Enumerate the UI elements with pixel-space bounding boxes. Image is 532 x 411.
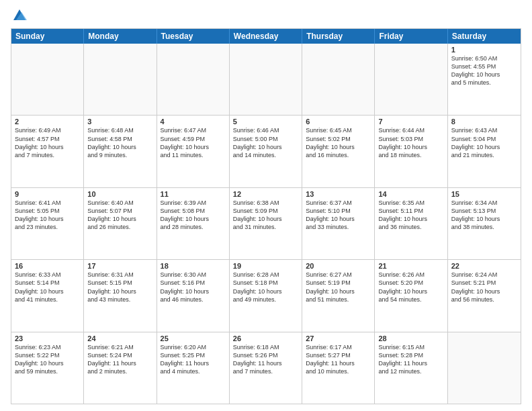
calendar-cell: 1Sunrise: 6:50 AM Sunset: 4:55 PM Daylig…: [448, 44, 521, 115]
calendar-row: 16Sunrise: 6:33 AM Sunset: 5:14 PM Dayli…: [11, 260, 521, 332]
cell-info: Sunrise: 6:45 AM Sunset: 5:02 PM Dayligh…: [306, 126, 371, 159]
weekday-header: Sunday: [11, 29, 84, 44]
day-number: 13: [306, 190, 371, 198]
calendar-header: SundayMondayTuesdayWednesdayThursdayFrid…: [11, 29, 521, 44]
calendar-cell: 24Sunrise: 6:21 AM Sunset: 5:24 PM Dayli…: [84, 332, 157, 404]
day-number: 18: [161, 262, 226, 270]
calendar-cell: [84, 44, 157, 115]
cell-info: Sunrise: 6:44 AM Sunset: 5:03 PM Dayligh…: [378, 126, 443, 159]
day-number: 16: [15, 262, 80, 270]
weekday-header: Tuesday: [157, 29, 230, 44]
day-number: 12: [233, 190, 298, 198]
cell-info: Sunrise: 6:26 AM Sunset: 5:20 PM Dayligh…: [378, 271, 443, 304]
calendar-cell: 22Sunrise: 6:24 AM Sunset: 5:21 PM Dayli…: [448, 260, 521, 331]
cell-info: Sunrise: 6:24 AM Sunset: 5:21 PM Dayligh…: [451, 271, 517, 304]
cell-info: Sunrise: 6:15 AM Sunset: 5:28 PM Dayligh…: [378, 343, 443, 376]
calendar-cell: 23Sunrise: 6:23 AM Sunset: 5:22 PM Dayli…: [11, 332, 84, 404]
cell-info: Sunrise: 6:43 AM Sunset: 5:04 PM Dayligh…: [451, 126, 517, 159]
day-number: 24: [87, 334, 152, 342]
day-number: 11: [161, 190, 226, 198]
weekday-header: Thursday: [302, 29, 375, 44]
calendar-cell: 12Sunrise: 6:38 AM Sunset: 5:09 PM Dayli…: [230, 188, 302, 259]
cell-info: Sunrise: 6:31 AM Sunset: 5:15 PM Dayligh…: [87, 271, 152, 304]
logo: [11, 8, 27, 23]
cell-info: Sunrise: 6:47 AM Sunset: 4:59 PM Dayligh…: [161, 126, 226, 159]
day-number: 17: [87, 262, 152, 270]
calendar-cell: 7Sunrise: 6:44 AM Sunset: 5:03 PM Daylig…: [375, 116, 447, 187]
cell-info: Sunrise: 6:30 AM Sunset: 5:16 PM Dayligh…: [161, 271, 226, 304]
calendar-cell: 15Sunrise: 6:34 AM Sunset: 5:13 PM Dayli…: [448, 188, 521, 259]
calendar-body: 1Sunrise: 6:50 AM Sunset: 4:55 PM Daylig…: [11, 44, 521, 404]
calendar-cell: 2Sunrise: 6:49 AM Sunset: 4:57 PM Daylig…: [11, 116, 84, 187]
day-number: 23: [15, 334, 80, 342]
cell-info: Sunrise: 6:21 AM Sunset: 5:24 PM Dayligh…: [87, 343, 152, 376]
day-number: 1: [451, 46, 517, 54]
calendar-cell: [11, 44, 84, 115]
calendar-cell: 28Sunrise: 6:15 AM Sunset: 5:28 PM Dayli…: [375, 332, 447, 404]
day-number: 14: [378, 190, 443, 198]
cell-info: Sunrise: 6:50 AM Sunset: 4:55 PM Dayligh…: [451, 54, 517, 87]
calendar-cell: [157, 44, 230, 115]
day-number: 8: [451, 118, 517, 126]
calendar-cell: 25Sunrise: 6:20 AM Sunset: 5:25 PM Dayli…: [157, 332, 230, 404]
day-number: 7: [378, 118, 443, 126]
day-number: 26: [233, 334, 298, 342]
calendar-cell: 10Sunrise: 6:40 AM Sunset: 5:07 PM Dayli…: [84, 188, 157, 259]
calendar-cell: 20Sunrise: 6:27 AM Sunset: 5:19 PM Dayli…: [302, 260, 375, 331]
calendar-cell: 4Sunrise: 6:47 AM Sunset: 4:59 PM Daylig…: [157, 116, 230, 187]
calendar-cell: [230, 44, 302, 115]
calendar-row: 9Sunrise: 6:41 AM Sunset: 5:05 PM Daylig…: [11, 188, 521, 260]
calendar-cell: 6Sunrise: 6:45 AM Sunset: 5:02 PM Daylig…: [302, 116, 375, 187]
calendar-cell: 16Sunrise: 6:33 AM Sunset: 5:14 PM Dayli…: [11, 260, 84, 331]
calendar-cell: 13Sunrise: 6:37 AM Sunset: 5:10 PM Dayli…: [302, 188, 375, 259]
day-number: 6: [306, 118, 371, 126]
day-number: 22: [451, 262, 517, 270]
day-number: 4: [161, 118, 226, 126]
day-number: 15: [451, 190, 517, 198]
cell-info: Sunrise: 6:17 AM Sunset: 5:27 PM Dayligh…: [306, 343, 371, 376]
calendar-cell: 17Sunrise: 6:31 AM Sunset: 5:15 PM Dayli…: [84, 260, 157, 331]
calendar-cell: 8Sunrise: 6:43 AM Sunset: 5:04 PM Daylig…: [448, 116, 521, 187]
day-number: 20: [306, 262, 371, 270]
calendar-cell: 19Sunrise: 6:28 AM Sunset: 5:18 PM Dayli…: [230, 260, 302, 331]
calendar-row: 23Sunrise: 6:23 AM Sunset: 5:22 PM Dayli…: [11, 332, 521, 404]
calendar-cell: [302, 44, 375, 115]
calendar-cell: [448, 332, 521, 404]
calendar-cell: 11Sunrise: 6:39 AM Sunset: 5:08 PM Dayli…: [157, 188, 230, 259]
weekday-header: Wednesday: [230, 29, 302, 44]
cell-info: Sunrise: 6:20 AM Sunset: 5:25 PM Dayligh…: [161, 343, 226, 376]
cell-info: Sunrise: 6:49 AM Sunset: 4:57 PM Dayligh…: [15, 126, 80, 159]
calendar-cell: [375, 44, 447, 115]
weekday-header: Friday: [375, 29, 447, 44]
cell-info: Sunrise: 6:18 AM Sunset: 5:26 PM Dayligh…: [233, 343, 298, 376]
day-number: 21: [378, 262, 443, 270]
cell-info: Sunrise: 6:35 AM Sunset: 5:11 PM Dayligh…: [378, 199, 443, 232]
weekday-header: Monday: [84, 29, 157, 44]
cell-info: Sunrise: 6:28 AM Sunset: 5:18 PM Dayligh…: [233, 271, 298, 304]
calendar-cell: 18Sunrise: 6:30 AM Sunset: 5:16 PM Dayli…: [157, 260, 230, 331]
day-number: 19: [233, 262, 298, 270]
calendar-cell: 3Sunrise: 6:48 AM Sunset: 4:58 PM Daylig…: [84, 116, 157, 187]
cell-info: Sunrise: 6:34 AM Sunset: 5:13 PM Dayligh…: [451, 199, 517, 232]
cell-info: Sunrise: 6:33 AM Sunset: 5:14 PM Dayligh…: [15, 271, 80, 304]
cell-info: Sunrise: 6:41 AM Sunset: 5:05 PM Dayligh…: [15, 199, 80, 232]
day-number: 25: [161, 334, 226, 342]
page: SundayMondayTuesdayWednesdayThursdayFrid…: [0, 0, 532, 411]
day-number: 10: [87, 190, 152, 198]
cell-info: Sunrise: 6:39 AM Sunset: 5:08 PM Dayligh…: [161, 199, 226, 232]
calendar-cell: 14Sunrise: 6:35 AM Sunset: 5:11 PM Dayli…: [375, 188, 447, 259]
calendar-cell: 21Sunrise: 6:26 AM Sunset: 5:20 PM Dayli…: [375, 260, 447, 331]
day-number: 28: [378, 334, 443, 342]
day-number: 9: [15, 190, 80, 198]
day-number: 2: [15, 118, 80, 126]
cell-info: Sunrise: 6:46 AM Sunset: 5:00 PM Dayligh…: [233, 126, 298, 159]
cell-info: Sunrise: 6:38 AM Sunset: 5:09 PM Dayligh…: [233, 199, 298, 232]
cell-info: Sunrise: 6:48 AM Sunset: 4:58 PM Dayligh…: [87, 126, 152, 159]
calendar-cell: 9Sunrise: 6:41 AM Sunset: 5:05 PM Daylig…: [11, 188, 84, 259]
cell-info: Sunrise: 6:27 AM Sunset: 5:19 PM Dayligh…: [306, 271, 371, 304]
day-number: 3: [87, 118, 152, 126]
calendar-cell: 27Sunrise: 6:17 AM Sunset: 5:27 PM Dayli…: [302, 332, 375, 404]
cell-info: Sunrise: 6:37 AM Sunset: 5:10 PM Dayligh…: [306, 199, 371, 232]
calendar-row: 1Sunrise: 6:50 AM Sunset: 4:55 PM Daylig…: [11, 44, 521, 116]
calendar: SundayMondayTuesdayWednesdayThursdayFrid…: [11, 28, 521, 404]
